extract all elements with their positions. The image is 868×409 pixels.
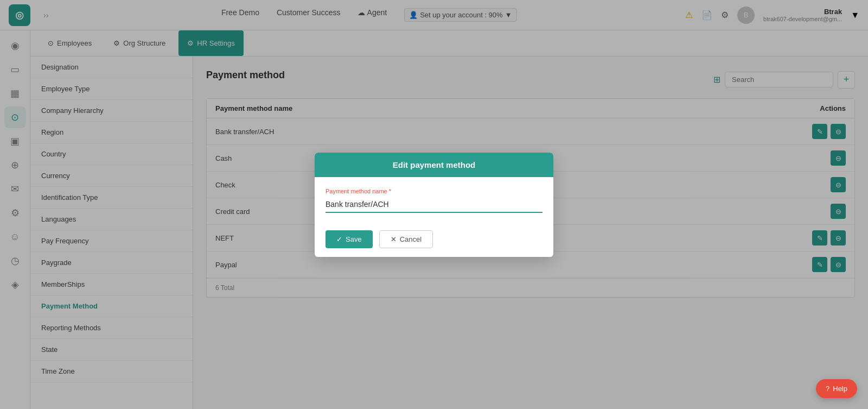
- help-button[interactable]: ? Help: [816, 379, 857, 398]
- modal-title: Edit payment method: [315, 153, 553, 177]
- edit-payment-modal: Edit payment method Payment method name …: [315, 153, 553, 257]
- save-button[interactable]: ✓ Save: [326, 230, 373, 248]
- modal-overlay[interactable]: Edit payment method Payment method name …: [0, 0, 868, 409]
- modal-actions: ✓ Save ✕ Cancel: [315, 224, 553, 257]
- cancel-button[interactable]: ✕ Cancel: [379, 230, 433, 248]
- help-icon: ?: [826, 385, 829, 393]
- field-label: Payment method name *: [326, 188, 542, 194]
- required-marker: *: [389, 188, 391, 194]
- payment-method-name-input[interactable]: [326, 197, 542, 213]
- modal-body: Payment method name *: [315, 177, 553, 224]
- x-icon: ✕: [391, 235, 397, 243]
- check-icon: ✓: [336, 235, 342, 243]
